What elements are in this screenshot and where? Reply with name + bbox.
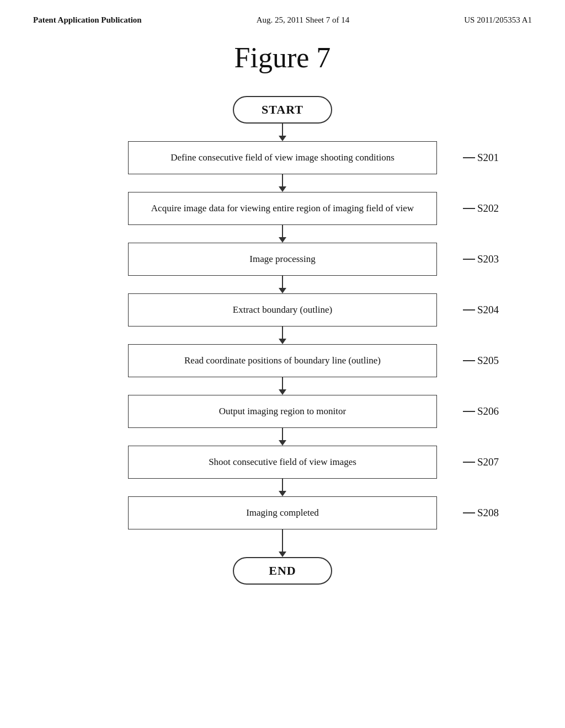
- connector-8: [279, 479, 286, 496]
- step-s208-label: S208: [463, 507, 499, 519]
- step-s208-box: Imaging completed: [128, 496, 437, 529]
- step-s204-row: Extract boundary (outline) S204: [33, 293, 532, 326]
- step-s207-box: Shoot consecutive field of view images: [128, 446, 437, 479]
- step-s201-box: Define consecutive field of view image s…: [128, 141, 437, 174]
- step-s207-label: S207: [463, 456, 499, 468]
- connector-5: [279, 326, 286, 344]
- connector-3: [279, 225, 286, 243]
- step-s204-label: S204: [463, 304, 499, 316]
- connector-7: [279, 428, 286, 446]
- date-sheet-label: Aug. 25, 2011 Sheet 7 of 14: [257, 15, 350, 25]
- step-s202-label: S202: [463, 202, 499, 215]
- step-s202-box: Acquire image data for viewing entire re…: [128, 192, 437, 225]
- publication-label: Patent Application Publication: [33, 15, 142, 25]
- step-s201-label: S201: [463, 152, 499, 164]
- start-terminal: START: [233, 96, 332, 124]
- flowchart: START Define consecutive field of view i…: [0, 96, 565, 585]
- step-s203-box: Image processing: [128, 243, 437, 276]
- patent-number-label: US 2011/205353 A1: [464, 15, 532, 25]
- step-s205-label: S205: [463, 355, 499, 367]
- step-s206-box: Output imaging region to monitor: [128, 395, 437, 428]
- step-s204-box: Extract boundary (outline): [128, 293, 437, 326]
- connector-4: [279, 276, 286, 293]
- step-s207-row: Shoot consecutive field of view images S…: [33, 446, 532, 479]
- step-s206-label: S206: [463, 405, 499, 417]
- connector-1: [279, 124, 286, 141]
- step-s203-label: S203: [463, 253, 499, 265]
- connector-6: [279, 377, 286, 395]
- figure-title: Figure 7: [0, 41, 565, 74]
- step-s206-row: Output imaging region to monitor S206: [33, 395, 532, 428]
- step-s205-box: Read coordinate positions of boundary li…: [128, 344, 437, 377]
- step-s208-row: Imaging completed S208: [33, 496, 532, 529]
- step-s205-row: Read coordinate positions of boundary li…: [33, 344, 532, 377]
- connector-2: [279, 174, 286, 192]
- connector-9: [279, 529, 286, 557]
- step-s203-row: Image processing S203: [33, 243, 532, 276]
- page-header: Patent Application Publication Aug. 25, …: [0, 0, 565, 25]
- step-s201-row: Define consecutive field of view image s…: [33, 141, 532, 174]
- step-s202-row: Acquire image data for viewing entire re…: [33, 192, 532, 225]
- end-terminal: END: [233, 557, 332, 585]
